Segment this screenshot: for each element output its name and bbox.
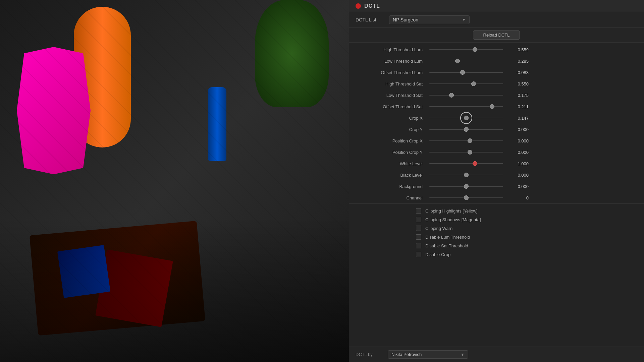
dctl-list-arrow: ▼	[462, 17, 466, 22]
param-value-position-crop-y: 0.000	[508, 150, 529, 155]
param-value-offset-threshold-lum: -0.083	[508, 70, 529, 75]
dctl-by-label: DCTL by	[356, 352, 382, 357]
slider-track-black-level	[429, 175, 503, 175]
dctl-by-arrow: ▼	[461, 352, 465, 357]
slider-container-white-level[interactable]	[429, 161, 503, 167]
slider-container-offset-threshold-lum[interactable]	[429, 69, 503, 75]
checkbox-row-disable-lum-threshold: Disable Lum Threshold	[416, 233, 637, 241]
slider-container-position-crop-x[interactable]	[429, 138, 503, 144]
param-label-offset-threshold-sat: Offset Threshold Sat	[356, 104, 423, 109]
slider-track-high-threshold-sat	[429, 83, 503, 84]
checkbox-row-clipping-shadows: Clipping Shadows [Magenta]	[416, 215, 637, 224]
slider-track-position-crop-x	[429, 140, 503, 141]
param-row-position-crop-x: Position Crop X0.000	[349, 135, 644, 146]
slider-thumb-black-level[interactable]	[464, 173, 469, 177]
param-label-low-threshold-sat: Low Threshold Sat	[356, 93, 423, 98]
param-label-channel: Channel	[356, 195, 423, 200]
slider-container-position-crop-y[interactable]	[429, 149, 503, 155]
slider-thumb-crop-y[interactable]	[464, 127, 469, 132]
slider-thumb-offset-threshold-sat[interactable]	[490, 104, 494, 109]
param-value-channel: 0	[508, 195, 529, 200]
checkbox-clipping-highlights[interactable]	[416, 208, 421, 214]
param-value-background: 0.000	[508, 184, 529, 189]
checkbox-label-clipping-highlights: Clipping Highlights [Yellow]	[425, 208, 478, 214]
param-label-black-level: Black Level	[356, 173, 423, 178]
checkbox-label-disable-crop: Disable Crop	[425, 252, 450, 257]
param-row-low-threshold-lum: Low Threshold Lum0.285	[349, 55, 644, 67]
param-row-black-level: Black Level0.000	[349, 169, 644, 181]
param-label-position-crop-y: Position Crop Y	[356, 150, 423, 155]
slider-thumb-high-threshold-sat[interactable]	[471, 81, 476, 86]
param-label-crop-x: Crop X	[356, 116, 423, 121]
checkbox-disable-lum-threshold[interactable]	[416, 234, 421, 240]
param-value-offset-threshold-sat: -0.211	[508, 104, 529, 109]
slider-track-channel	[429, 197, 503, 198]
slider-thumb-high-threshold-lum[interactable]	[473, 47, 477, 52]
param-row-offset-threshold-lum: Offset Threshold Lum-0.083	[349, 67, 644, 78]
reload-row: Reload DCTL	[349, 28, 644, 43]
slider-container-high-threshold-sat[interactable]	[429, 81, 503, 87]
reload-button[interactable]: Reload DCTL	[473, 31, 520, 40]
param-label-low-threshold-lum: Low Threshold Lum	[356, 59, 423, 64]
param-row-high-threshold-lum: High Threshold Lum0.559	[349, 44, 644, 55]
param-label-high-threshold-sat: High Threshold Sat	[356, 81, 423, 86]
param-row-crop-x: Crop X0.147	[349, 112, 644, 124]
slider-thumb-offset-threshold-lum[interactable]	[460, 70, 465, 75]
checkbox-disable-sat-threshold[interactable]	[416, 243, 421, 248]
slider-track-offset-threshold-lum	[429, 72, 503, 73]
param-value-white-level: 1.000	[508, 161, 529, 166]
dctl-list-value: NP Surgeon	[393, 17, 418, 22]
checkbox-area: Clipping Highlights [Yellow]Clipping Sha…	[349, 203, 644, 261]
slider-container-low-threshold-sat[interactable]	[429, 92, 503, 98]
checkbox-row-disable-sat-threshold: Disable Sat Threshold	[416, 241, 637, 250]
slider-thumb-white-level[interactable]	[473, 161, 477, 166]
slider-track-high-threshold-lum	[429, 49, 503, 50]
slider-container-low-threshold-lum[interactable]	[429, 58, 503, 64]
param-value-high-threshold-sat: 0.550	[508, 81, 529, 86]
slider-container-background[interactable]	[429, 183, 503, 189]
dctl-list-dropdown[interactable]: NP Surgeon ▼	[389, 15, 470, 24]
checkbox-label-clipping-warn: Clipping Warn	[425, 226, 452, 231]
slider-container-high-threshold-lum[interactable]	[429, 47, 503, 53]
slider-container-offset-threshold-sat[interactable]	[429, 104, 503, 110]
param-value-black-level: 0.000	[508, 173, 529, 178]
dctl-status-dot	[356, 3, 361, 9]
param-label-white-level: White Level	[356, 161, 423, 166]
slider-thumb-background[interactable]	[464, 184, 469, 189]
dctl-list-label: DCTL List	[356, 17, 382, 22]
slider-container-channel[interactable]	[429, 195, 503, 201]
param-value-crop-y: 0.000	[508, 127, 529, 132]
slider-container-black-level[interactable]	[429, 172, 503, 178]
slider-track-white-level	[429, 163, 503, 164]
checkbox-clipping-warn[interactable]	[416, 226, 421, 231]
checkbox-label-disable-lum-threshold: Disable Lum Threshold	[425, 235, 470, 240]
param-row-background: Background0.000	[349, 181, 644, 192]
slider-container-crop-x[interactable]	[429, 115, 503, 121]
right-panel: DCTL DCTL List NP Surgeon ▼ Reload DCTL …	[349, 0, 644, 362]
dctl-list-row: DCTL List NP Surgeon ▼	[349, 12, 644, 28]
slider-track-crop-y	[429, 129, 503, 130]
dctl-by-row: DCTL by Nikita Petrovich ▼	[349, 347, 644, 362]
checkbox-clipping-shadows[interactable]	[416, 217, 421, 222]
param-value-position-crop-x: 0.000	[508, 138, 529, 143]
slider-thumb-position-crop-y[interactable]	[468, 150, 472, 155]
dctl-by-dropdown[interactable]: Nikita Petrovich ▼	[388, 350, 468, 359]
slider-container-crop-y[interactable]	[429, 126, 503, 132]
slider-thumb-position-crop-x[interactable]	[468, 138, 472, 143]
param-row-high-threshold-sat: High Threshold Sat0.550	[349, 78, 644, 89]
slider-thumb-crop-x[interactable]	[464, 116, 469, 120]
checkbox-disable-crop[interactable]	[416, 252, 421, 257]
param-value-low-threshold-lum: 0.285	[508, 59, 529, 64]
param-row-position-crop-y: Position Crop Y0.000	[349, 146, 644, 158]
slider-thumb-low-threshold-sat[interactable]	[449, 93, 454, 98]
param-row-channel: Channel0	[349, 192, 644, 203]
slider-track-low-threshold-lum	[429, 61, 503, 61]
param-row-low-threshold-sat: Low Threshold Sat0.175	[349, 89, 644, 101]
checkbox-row-clipping-highlights: Clipping Highlights [Yellow]	[416, 206, 637, 215]
param-value-high-threshold-lum: 0.559	[508, 47, 529, 52]
slider-thumb-low-threshold-lum[interactable]	[455, 59, 460, 63]
slider-track-background	[429, 186, 503, 187]
param-label-high-threshold-lum: High Threshold Lum	[356, 47, 423, 52]
slider-thumb-channel[interactable]	[464, 195, 469, 200]
params-area: High Threshold Lum0.559Low Threshold Lum…	[349, 43, 644, 347]
